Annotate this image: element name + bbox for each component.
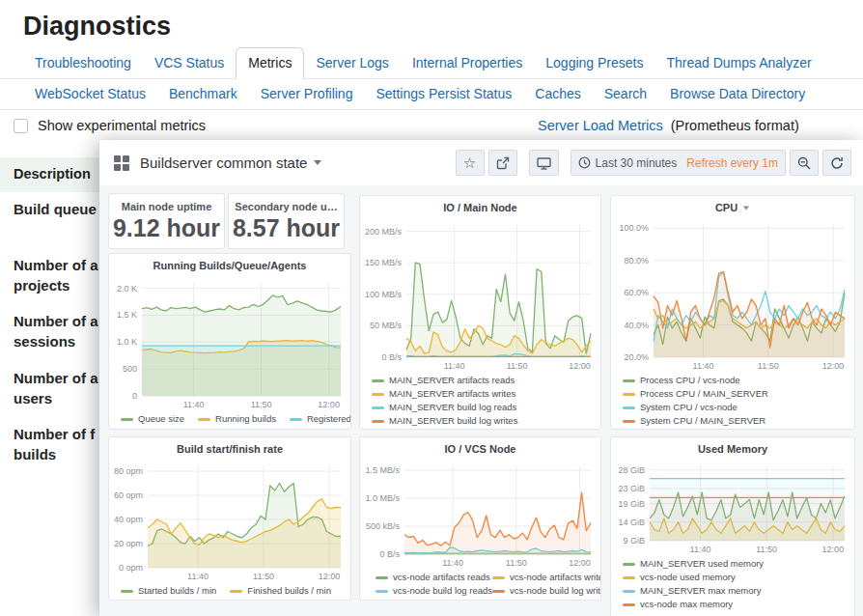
svg-text:11:40: 11:40 [690, 545, 711, 554]
legend-color-swatch [121, 418, 133, 421]
legend-item[interactable]: System CPU / MAIN_SERVER [623, 414, 854, 428]
tab-server-logs[interactable]: Server Logs [304, 48, 400, 78]
share-button[interactable] [488, 150, 517, 176]
svg-text:20 opm: 20 opm [114, 539, 143, 548]
legend-color-swatch [372, 420, 384, 423]
svg-text:23 GiB: 23 GiB [618, 484, 645, 493]
panel-title[interactable]: Main node uptime [109, 201, 224, 212]
chart-used-memory[interactable]: 11:4011:5012:0028 GiB23 GiB19 GiB14 GiB9… [611, 461, 854, 555]
legend-item[interactable]: vcs-node artifacts reads [376, 571, 492, 584]
legend-item[interactable]: Started builds / min [121, 584, 216, 598]
monitor-icon [537, 156, 551, 170]
legend-item[interactable]: MAIN_SERVER build log writes [372, 414, 600, 428]
svg-text:50 MB/s: 50 MB/s [370, 321, 403, 330]
legend-item[interactable]: vcs-node used memory [623, 571, 854, 584]
panel-title[interactable]: Used Memory [611, 437, 854, 461]
legend-item[interactable]: MAIN_SERVER artifacts reads [372, 374, 600, 387]
svg-text:9 GiB: 9 GiB [623, 536, 645, 546]
dashboard-grid-icon[interactable] [114, 155, 129, 171]
legend-item[interactable]: Registered agents [290, 412, 351, 426]
show-experimental-metrics-label[interactable]: Show experimental metrics [38, 118, 206, 133]
chart-legend: Started builds / minFinished builds / mi… [109, 582, 350, 600]
panel-title[interactable]: Secondary node u… [229, 201, 344, 212]
panel-title[interactable]: Running Builds/Queue/Agents [109, 254, 350, 277]
legend-item[interactable]: System CPU / vcs-node [623, 401, 854, 414]
chevron-down-icon[interactable] [743, 206, 749, 210]
legend-color-swatch [623, 563, 635, 566]
legend-color-swatch [372, 379, 384, 382]
tab-benchmark[interactable]: Benchmark [157, 79, 249, 109]
svg-text:150 MB/s: 150 MB/s [365, 258, 403, 267]
legend-item[interactable]: MAIN_SERVER max memory [623, 584, 854, 598]
svg-text:100 MB/s: 100 MB/s [365, 290, 403, 299]
legend-color-swatch [492, 576, 505, 579]
legend-item[interactable]: Queue size [121, 412, 184, 426]
legend-item[interactable]: Process CPU / MAIN_SERVER [623, 387, 854, 401]
panel-title[interactable]: CPU [611, 196, 854, 219]
controls-row: Show experimental metrics Server Load Me… [14, 117, 849, 140]
svg-text:1.0 MB/s: 1.0 MB/s [365, 493, 400, 503]
tv-mode-button[interactable] [529, 150, 559, 176]
tab-search[interactable]: Search [593, 79, 658, 109]
svg-text:28 GiB: 28 GiB [618, 465, 645, 475]
svg-text:11:40: 11:40 [183, 400, 205, 409]
prometheus-format-label: (Prometheus format) [671, 118, 799, 133]
tab-thread-dumps-analyzer[interactable]: Thread Dumps Analyzer [654, 48, 822, 78]
chart-running-builds[interactable]: 11:4011:5012:002.0 K1.5 K1.0 K5000 [109, 277, 350, 410]
tab-metrics[interactable]: Metrics [236, 47, 304, 79]
legend-item[interactable]: MAIN_SERVER build log reads [372, 401, 600, 414]
chart-cpu[interactable]: 11:4011:5012:00100.0%80.0%60.0%40.0%20.0… [611, 219, 854, 372]
legend-item[interactable]: vcs-node build log reads [376, 584, 492, 598]
legend-color-swatch [623, 420, 635, 423]
panel-title[interactable]: IO / VCS Node [360, 437, 600, 461]
legend-color-swatch [376, 576, 388, 579]
chart-io-vcs-node[interactable]: 11:4011:5012:001.5 MB/s1.0 MB/s500 kB/s0… [360, 461, 600, 569]
legend-item[interactable]: vcs-node build log writes [492, 584, 601, 598]
panel-io-main-node: IO / Main Node 11:4011:5012:00200 MB/s15… [359, 195, 601, 430]
svg-text:12:00: 12:00 [318, 400, 340, 409]
chart-build-rate[interactable]: 11:4011:5012:0080 opm60 opm40 opm20 opm0… [109, 461, 350, 582]
time-range-picker[interactable]: Last 30 minutes Refresh every 1m [571, 150, 786, 176]
svg-text:11:50: 11:50 [253, 572, 274, 581]
refresh-button[interactable] [822, 150, 851, 176]
legend-item[interactable]: Running builds [198, 412, 276, 426]
legend-color-swatch [623, 379, 635, 382]
chart-io-main-node[interactable]: 11:4011:5012:00200 MB/s150 MB/s100 MB/s5… [360, 219, 600, 372]
tab-caches[interactable]: Caches [523, 79, 592, 109]
svg-text:11:50: 11:50 [507, 361, 528, 371]
tab-server-profiling[interactable]: Server Profiling [249, 79, 365, 109]
legend-item[interactable]: Process CPU / vcs-node [623, 374, 854, 387]
tab-settings-persist-status[interactable]: Settings Persist Status [364, 79, 523, 109]
svg-text:12:00: 12:00 [822, 361, 845, 371]
tab-internal-properties[interactable]: Internal Properties [401, 48, 534, 78]
legend-item[interactable]: MAIN_SERVER artifacts writes [372, 387, 600, 401]
star-button[interactable]: ☆ [456, 150, 485, 176]
panel-title[interactable]: Build start/finish rate [109, 437, 350, 461]
legend-item[interactable]: MAIN_SERVER used memory [623, 557, 854, 571]
svg-text:1.5 MB/s: 1.5 MB/s [365, 465, 400, 475]
chevron-down-icon[interactable] [314, 160, 321, 165]
legend-item[interactable]: vcs-node artifacts writes [492, 571, 601, 584]
tab-troubleshooting[interactable]: Troubleshooting [23, 48, 143, 78]
panel-title-text: IO / Main Node [443, 202, 516, 213]
singlestat-value: 9.12 hour [109, 214, 224, 242]
legend-item[interactable]: Finished builds / min [230, 584, 331, 598]
svg-text:80.0%: 80.0% [624, 256, 649, 266]
singlestat-value: 8.57 hour [229, 214, 344, 242]
legend-color-swatch [623, 576, 635, 579]
tab-websocket-status[interactable]: WebSocket Status [23, 79, 157, 109]
panel-running-builds-queue-agents: Running Builds/Queue/Agents 11:4011:5012… [108, 253, 351, 430]
tab-row-1: Troubleshooting VCS Status Metrics Serve… [0, 49, 863, 79]
legend-color-swatch [623, 590, 635, 593]
svg-text:0 B/s: 0 B/s [381, 352, 402, 362]
tab-vcs-status[interactable]: VCS Status [143, 48, 236, 78]
tab-browse-data-directory[interactable]: Browse Data Directory [658, 79, 817, 109]
legend-item[interactable]: vcs-node max memory [623, 598, 854, 611]
dashboard-title[interactable]: Buildserver common state [140, 154, 307, 171]
server-load-metrics-link[interactable]: Server Load Metrics [538, 118, 663, 133]
chart-legend: MAIN_SERVER used memoryvcs-node used mem… [611, 555, 854, 613]
zoom-out-button[interactable] [790, 150, 819, 176]
panel-title[interactable]: IO / Main Node [360, 196, 600, 219]
show-experimental-metrics-checkbox[interactable] [14, 119, 28, 133]
tab-logging-presets[interactable]: Logging Presets [534, 48, 654, 78]
